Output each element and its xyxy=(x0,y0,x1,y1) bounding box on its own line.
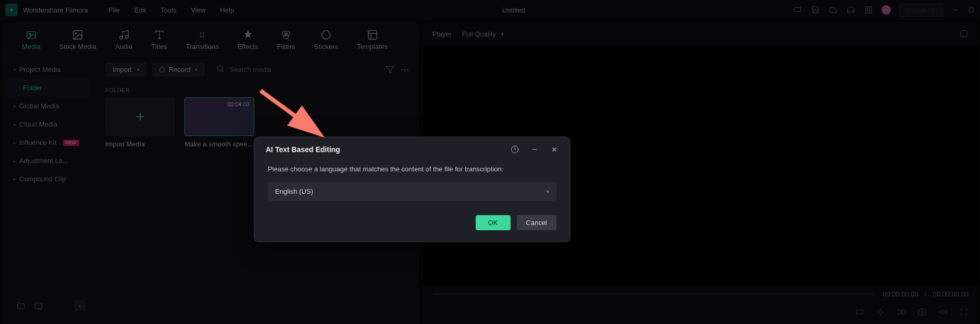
chevron-down-icon: ▾ xyxy=(547,189,549,194)
help-icon[interactable] xyxy=(511,145,519,154)
ai-text-editing-modal: AI Text Based Editing Please choose a la… xyxy=(254,136,570,242)
ok-button[interactable]: OK xyxy=(476,215,511,230)
minimize-icon[interactable] xyxy=(530,145,539,154)
modal-title: AI Text Based Editing xyxy=(266,145,340,154)
language-select[interactable]: English (US) ▾ xyxy=(268,182,556,201)
modal-prompt: Please choose a language that matches th… xyxy=(268,165,556,173)
close-icon[interactable] xyxy=(550,145,559,154)
selected-language: English (US) xyxy=(275,188,313,195)
modal-footer: OK Cancel xyxy=(254,215,570,242)
modal-body: Please choose a language that matches th… xyxy=(254,162,570,215)
cancel-button[interactable]: Cancel xyxy=(517,215,556,230)
svg-point-33 xyxy=(511,146,518,153)
modal-header: AI Text Based Editing xyxy=(254,137,570,162)
modal-header-icons xyxy=(511,145,559,154)
